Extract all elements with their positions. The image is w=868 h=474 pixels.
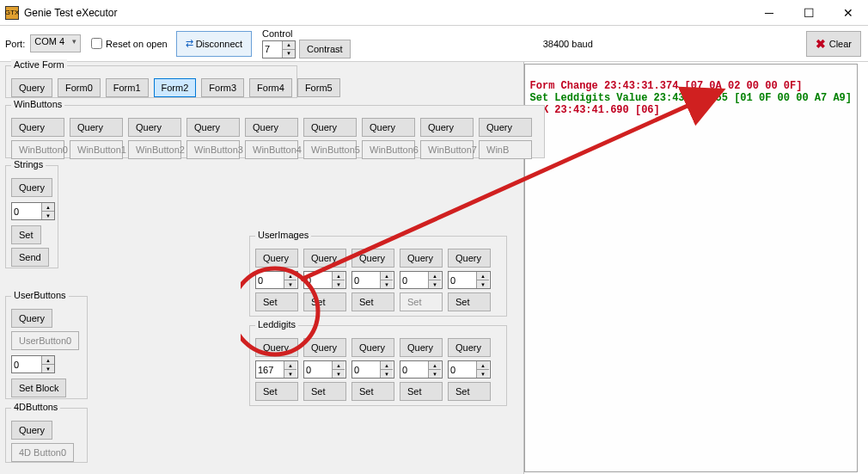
userbuttons-group: UserButtons Query UserButton0 ▲▼ Set Blo…: [5, 296, 88, 399]
winbutton-8[interactable]: WinB: [479, 140, 532, 159]
userbuttons-spinner[interactable]: ▲▼: [11, 355, 55, 373]
form-tab-2[interactable]: Form2: [154, 78, 197, 97]
winbutton-3[interactable]: WinButton3: [186, 140, 240, 159]
winbutton-2[interactable]: WinButton2: [128, 140, 181, 159]
userimages-query-0[interactable]: Query: [255, 249, 298, 268]
leddigits-spinner-4[interactable]: ▲▼: [448, 360, 491, 379]
leddigits-query-3[interactable]: Query: [400, 338, 443, 357]
form-tab-4[interactable]: Form4: [249, 78, 292, 97]
userimages-spinner-3[interactable]: ▲▼: [400, 271, 443, 289]
app-icon: GTX: [5, 6, 19, 20]
winbuttons-group: WinButtons QueryQueryQueryQueryQueryQuer…: [5, 105, 545, 158]
toolbar: Port: COM 4 Reset on open ⇄ Disconnect C…: [0, 26, 868, 62]
window-title: Genie Test eXecutor: [24, 7, 118, 19]
userimages-set-2[interactable]: Set: [351, 292, 394, 311]
form-tab-0[interactable]: Form0: [58, 78, 101, 97]
leddigits-set-0[interactable]: Set: [255, 382, 298, 401]
reset-on-open[interactable]: Reset on open: [91, 38, 168, 49]
userimages-query-2[interactable]: Query: [351, 249, 394, 268]
winbutton-6[interactable]: WinButton6: [362, 140, 415, 159]
contrast-button[interactable]: Contrast: [299, 40, 351, 58]
winbutton-query-0[interactable]: Query: [11, 118, 64, 137]
leddigits-query-1[interactable]: Query: [303, 338, 346, 357]
winbutton-5[interactable]: WinButton5: [303, 140, 357, 159]
userimages-set-3[interactable]: Set: [400, 292, 443, 311]
strings-spinner[interactable]: ▲▼: [11, 202, 55, 220]
form-tab-5[interactable]: Form5: [297, 78, 340, 97]
userimages-set-1[interactable]: Set: [303, 292, 346, 311]
control-spinner[interactable]: ▲▼: [262, 40, 296, 58]
port-combo[interactable]: COM 4: [30, 34, 81, 52]
maximize-button[interactable]: ☐: [789, 0, 828, 26]
userimages-query-3[interactable]: Query: [400, 249, 443, 268]
log-panel: Form Change 23:43:31.374 [07 0A 02 00 00…: [524, 64, 858, 472]
leddigits-set-2[interactable]: Set: [351, 382, 394, 401]
userimages-spinner-2[interactable]: ▲▼: [351, 271, 394, 289]
form-tab-3[interactable]: Form3: [201, 78, 244, 97]
userimages-spinner-0[interactable]: ▲▼: [255, 271, 298, 289]
userimages-set-4[interactable]: Set: [448, 292, 491, 311]
fourd-button0[interactable]: 4D Button0: [11, 443, 74, 462]
winbutton-query-3[interactable]: Query: [186, 118, 240, 137]
userbutton0[interactable]: UserButton0: [11, 331, 79, 350]
leddigits-query-4[interactable]: Query: [448, 338, 491, 357]
log-line-3: ACK 23:43:41.690 [06]: [530, 104, 660, 116]
userimages-group: UserImages QueryQueryQueryQueryQuery▲▼▲▼…: [249, 236, 507, 317]
leddigits-spinner-0[interactable]: ▲▼: [255, 360, 298, 379]
winbutton-1[interactable]: WinButton1: [70, 140, 123, 159]
leddigits-spinner-3[interactable]: ▲▼: [400, 360, 443, 379]
strings-group: Strings Query ▲▼ Set Send: [5, 165, 58, 268]
winbutton-query-2[interactable]: Query: [128, 118, 181, 137]
titlebar: GTX Genie Test eXecutor ─ ☐ ✕: [0, 0, 868, 26]
fourd-query[interactable]: Query: [11, 421, 52, 440]
strings-set[interactable]: Set: [11, 225, 41, 244]
log-line-1: Form Change 23:43:31.374 [07 0A 02 00 00…: [530, 80, 803, 92]
baud-text: 38400 baud: [543, 39, 593, 49]
minimize-button[interactable]: ─: [749, 0, 789, 26]
leddigits-set-4[interactable]: Set: [448, 382, 491, 401]
winbutton-query-8[interactable]: Query: [479, 118, 532, 137]
winbutton-query-5[interactable]: Query: [303, 118, 357, 137]
leddigits-set-1[interactable]: Set: [303, 382, 346, 401]
clear-icon: ✖: [816, 37, 826, 51]
winbutton-4[interactable]: WinButton4: [245, 140, 298, 159]
userimages-spinner-4[interactable]: ▲▼: [448, 271, 491, 289]
leddigits-spinner-1[interactable]: ▲▼: [303, 360, 346, 379]
leddigits-group: Leddigits QueryQueryQueryQueryQuery▲▼▲▼▲…: [249, 325, 507, 406]
userimages-query-4[interactable]: Query: [448, 249, 491, 268]
leddigits-query-2[interactable]: Query: [351, 338, 394, 357]
strings-query[interactable]: Query: [11, 178, 52, 197]
close-button[interactable]: ✕: [828, 0, 868, 26]
log-line-2: Set Leddigits Value 23:43:41.655 [01 0F …: [530, 92, 852, 104]
userbuttons-setblock[interactable]: Set Block: [11, 379, 66, 397]
activeform-query[interactable]: Query: [11, 78, 52, 97]
userimages-set-0[interactable]: Set: [255, 292, 298, 311]
winbutton-7[interactable]: WinButton7: [420, 140, 474, 159]
userbuttons-query[interactable]: Query: [11, 309, 52, 328]
reset-checkbox[interactable]: [91, 38, 102, 49]
winbutton-query-6[interactable]: Query: [362, 118, 415, 137]
winbutton-query-7[interactable]: Query: [420, 118, 474, 137]
strings-send[interactable]: Send: [11, 248, 49, 267]
active-form-group: Active Form QueryForm0Form1Form2Form3For…: [5, 65, 297, 98]
leddigits-set-3[interactable]: Set: [400, 382, 443, 401]
control-label: Control: [262, 28, 351, 39]
fourd-group: 4DButtons Query 4D Button0: [5, 408, 88, 463]
port-label: Port:: [5, 39, 25, 49]
winbutton-0[interactable]: WinButton0: [11, 140, 64, 159]
clear-button[interactable]: ✖ Clear: [806, 31, 861, 57]
leddigits-query-0[interactable]: Query: [255, 338, 298, 357]
left-panel: Active Form QueryForm0Form1Form2Form3For…: [0, 62, 524, 474]
userimages-query-1[interactable]: Query: [303, 249, 346, 268]
disconnect-button[interactable]: ⇄ Disconnect: [176, 31, 252, 57]
disconnect-icon: ⇄: [186, 38, 193, 49]
winbutton-query-1[interactable]: Query: [70, 118, 123, 137]
leddigits-spinner-2[interactable]: ▲▼: [351, 360, 394, 379]
userimages-spinner-1[interactable]: ▲▼: [303, 271, 346, 289]
winbutton-query-4[interactable]: Query: [245, 118, 298, 137]
form-tab-1[interactable]: Form1: [106, 78, 149, 97]
